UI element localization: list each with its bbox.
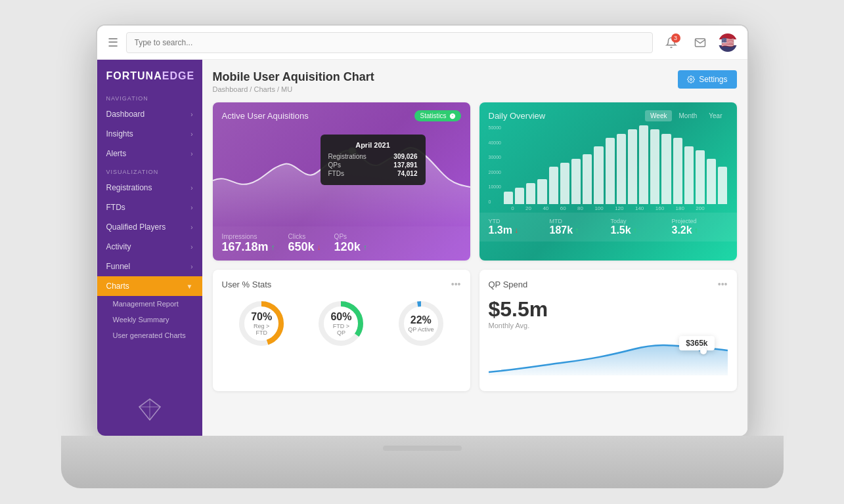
settings-button[interactable]: Settings [678, 70, 736, 89]
chevron-icon: › [190, 150, 192, 158]
chevron-icon: › [190, 111, 192, 118]
bar [718, 167, 727, 204]
notifications-button[interactable]: 3 [661, 32, 682, 53]
qp-spend-amount: $5.5m [489, 297, 728, 322]
tooltip-title: April 2021 [328, 141, 418, 149]
bar [504, 192, 513, 204]
tab-week[interactable]: Week [645, 110, 672, 121]
trend-up-icon: ↑ [271, 243, 275, 252]
sidebar-item-charts[interactable]: Charts ▼ [97, 276, 202, 296]
sidebar-logo: FORTUNAEDGE [97, 60, 202, 90]
page-header: Mobile User Aquisition Chart Dashboard /… [213, 70, 737, 93]
main-content: Mobile User Aquisition Chart Dashboard /… [202, 60, 747, 436]
bar [515, 188, 524, 204]
header: ☰ 3 [97, 26, 747, 60]
aquisitions-chart-area: April 2021 Registrations 309,026 QPs 137… [213, 121, 470, 226]
sidebar-item-ftds[interactable]: FTDs › [97, 198, 202, 217]
tab-year[interactable]: Year [703, 110, 727, 121]
bar [650, 129, 659, 204]
y-axis: 0 10000 20000 30000 40000 50000 [489, 125, 501, 204]
bar [549, 167, 558, 204]
sidebar-item-funnel[interactable]: Funnel › [97, 257, 202, 276]
more-options-icon[interactable]: ••• [718, 279, 728, 289]
spend-tooltip: $365k [679, 336, 714, 350]
qp-spend-card-header: QP Spend ••• [489, 279, 728, 289]
menu-icon[interactable]: ☰ [108, 35, 118, 50]
notification-badge: 3 [671, 33, 680, 43]
more-options-icon[interactable]: ••• [451, 279, 461, 289]
language-selector[interactable]: 🇺🇸 [719, 33, 737, 52]
chart-tooltip: April 2021 Registrations 309,026 QPs 137… [321, 135, 426, 185]
bar [684, 146, 694, 204]
bar [537, 179, 546, 204]
chevron-icon: › [190, 131, 192, 138]
chevron-icon: › [190, 184, 192, 192]
daily-stat-today: Today 1.5k ↑ [611, 218, 667, 236]
bar [661, 134, 671, 204]
daily-stats: YTD 1.3m ↓ MTD 187k [479, 213, 737, 242]
active-user-aquisitions-card: Active User Aquisitions Statistics [213, 102, 470, 261]
donut-ftd-qp: 60% FTD > QP [315, 297, 367, 350]
mail-button[interactable] [690, 32, 711, 53]
qp-spend-title: QP Spend [489, 280, 528, 289]
bar [639, 125, 648, 204]
svg-line-4 [150, 407, 160, 420]
subnav-user-generated-charts[interactable]: User generated Charts [97, 327, 202, 343]
bottom-grid: User % Stats ••• [213, 270, 737, 391]
stat-clicks: Clicks 650k ↓ [288, 233, 321, 254]
statistics-badge: Statistics [414, 110, 460, 121]
bar [594, 146, 603, 204]
charts-grid: Active User Aquisitions Statistics [213, 102, 737, 261]
viz-section-label: VISUALIZATION [97, 163, 202, 178]
sidebar-item-qualified-players[interactable]: Qualified Players › [97, 217, 202, 237]
chevron-icon: › [190, 224, 192, 231]
daily-stat-projected: Projected 3.2k ↑ [672, 218, 728, 236]
tab-month[interactable]: Month [673, 110, 702, 121]
sidebar-item-registrations[interactable]: Registrations › [97, 178, 202, 198]
daily-overview-card: Daily Overview Week Month Year 0 [479, 102, 737, 261]
bar [707, 159, 716, 204]
laptop-wrapper: ☰ 3 [61, 16, 784, 488]
stat-impressions: Impressions 167.18m ↑ [222, 233, 275, 254]
chevron-icon: › [190, 243, 192, 251]
donut-reg-ftd: 70% Reg > FTD [235, 297, 288, 350]
laptop-base [61, 436, 784, 488]
subnav-weekly-summary[interactable]: Weekly Summary [97, 312, 202, 327]
chevron-icon: › [190, 263, 192, 270]
tooltip-row-ftds: FTDs 74,012 [328, 170, 418, 177]
trend-down-icon: ↓ [317, 243, 321, 252]
daily-card-header: Daily Overview Week Month Year [479, 102, 737, 121]
aquisitions-card-header: Active User Aquisitions Statistics [213, 102, 470, 121]
page-title: Mobile User Aquisition Chart [213, 70, 374, 84]
aquisitions-card-title: Active User Aquisitions [222, 111, 309, 121]
x-axis: 0 20 40 60 80 100 120 140 160 180 200 [479, 204, 737, 213]
sidebar-item-alerts[interactable]: Alerts › [97, 144, 202, 163]
app: ☰ 3 [97, 26, 747, 436]
donut-qp-active: 22% QP Active [395, 297, 447, 350]
qp-spend-card: QP Spend ••• $5.5m Monthly Avg. [479, 270, 737, 391]
breadcrumb: Dashboard / Charts / MU [213, 85, 374, 93]
bar [696, 150, 705, 204]
chevron-icon: ▼ [187, 283, 193, 290]
trend-up-icon: ↑ [633, 226, 637, 235]
subnav-management-report[interactable]: Management Report [97, 296, 202, 312]
sidebar-item-insights[interactable]: Insights › [97, 124, 202, 144]
sidebar-item-dashboard[interactable]: Dashboard › [97, 104, 202, 124]
user-stats-card: User % Stats ••• [213, 270, 470, 391]
user-stats-card-header: User % Stats ••• [222, 279, 461, 289]
user-stats-title: User % Stats [222, 280, 272, 289]
sidebar-item-activity[interactable]: Activity › [97, 237, 202, 257]
daily-chart-container: 0 10000 20000 30000 40000 50000 [479, 121, 737, 204]
trend-up-icon: ↑ [694, 226, 698, 235]
stat-qps: QPs 120k ↑ [334, 233, 367, 254]
trend-up-icon: ↑ [363, 243, 367, 252]
bars-container [504, 125, 728, 204]
daily-stat-ytd: YTD 1.3m ↓ [489, 218, 544, 236]
bar [571, 159, 581, 204]
daily-card-title: Daily Overview [489, 111, 546, 121]
aquisitions-stats: Impressions 167.18m ↑ Clicks 65 [213, 226, 470, 261]
svg-point-5 [690, 79, 692, 81]
search-input[interactable] [126, 32, 653, 53]
donut-row: 70% Reg > FTD [222, 297, 461, 350]
svg-line-3 [139, 407, 150, 420]
